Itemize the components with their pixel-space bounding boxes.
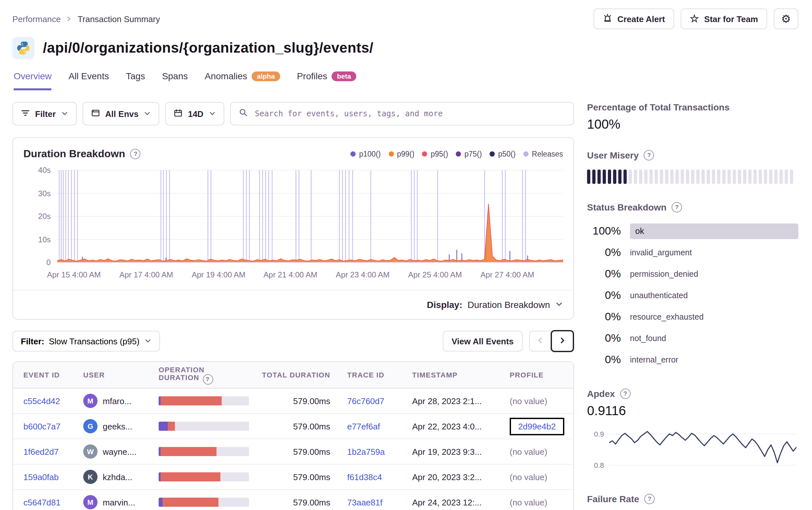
user-misery-bar: [722, 170, 726, 184]
user-misery-bar: [675, 170, 679, 184]
profile-value: (no value): [510, 497, 547, 507]
event-id-link[interactable]: b600c7a7: [23, 421, 60, 431]
display-dropdown[interactable]: Display: Duration Breakdown: [13, 290, 573, 319]
trace-id-link[interactable]: f61d38c4: [347, 472, 382, 482]
legend-dot: [422, 151, 428, 157]
help-icon[interactable]: ?: [672, 202, 682, 212]
timestamp: Apr 24, 2023 12:...: [407, 489, 504, 510]
trace-id-link[interactable]: 76c760d7: [347, 396, 384, 406]
help-icon[interactable]: ?: [130, 149, 141, 159]
panel-header: Duration Breakdown ? p100() p99() p95() …: [13, 138, 573, 160]
tab-profiles[interactable]: Profilesbeta: [297, 71, 356, 90]
user-misery-bar: [644, 170, 647, 184]
table-row: 1f6ed2d7 Wwayne.... 579.00ms 1b2a759a Ap…: [13, 439, 574, 464]
legend-p95[interactable]: p95(): [422, 150, 448, 158]
star-for-team-button[interactable]: ☆ Star for Team: [681, 8, 767, 29]
user-misery-bar: [660, 170, 663, 184]
user-misery-bar: [774, 170, 778, 184]
user-misery-bar: [707, 170, 710, 184]
status-row: 0% permission_denied: [587, 263, 799, 284]
operation-duration-bar: [158, 396, 249, 406]
total-duration: 579.00ms: [251, 388, 342, 414]
topbar-actions: Create Alert ☆ Star for Team ⚙: [593, 8, 799, 29]
view-all-events-button[interactable]: View All Events: [442, 331, 523, 352]
status-row: 0% resource_exhausted: [587, 306, 799, 327]
profile-link[interactable]: 2d99e4b2: [518, 421, 556, 431]
tab-tags[interactable]: Tags: [126, 71, 145, 90]
next-page-button[interactable]: [551, 330, 574, 352]
event-id-link[interactable]: c5647d81: [23, 497, 60, 507]
help-icon[interactable]: ?: [620, 389, 631, 399]
user-misery-bar: [727, 170, 731, 184]
filter-dropdown[interactable]: Filter: [12, 102, 77, 125]
user-misery-bar: [686, 170, 689, 184]
create-alert-button[interactable]: Create Alert: [593, 8, 674, 29]
sidebar: Percentage of Total Transactions 100% Us…: [587, 102, 799, 510]
total-duration: 579.00ms: [251, 464, 342, 489]
user-avatar: M: [83, 394, 97, 408]
legend-p100[interactable]: p100(): [351, 150, 381, 158]
previous-page-button[interactable]: [529, 331, 551, 352]
environment-dropdown[interactable]: All Envs: [83, 102, 160, 125]
x-tick: Apr 21 4:00 AM: [264, 270, 317, 279]
settings-button[interactable]: ⚙: [774, 8, 799, 29]
operation-duration-bar: [158, 422, 249, 431]
event-id-link[interactable]: 159a0fab: [23, 472, 59, 482]
legend-dot: [523, 151, 528, 157]
user-avatar: G: [83, 419, 97, 433]
trace-id-link[interactable]: 1b2a759a: [347, 447, 385, 456]
x-tick: Apr 23 4:00 AM: [336, 270, 389, 279]
user-name: mfaro...: [103, 396, 131, 406]
chevron-right-icon: [66, 16, 72, 22]
legend-p75[interactable]: p75(): [456, 150, 482, 158]
date-range-dropdown[interactable]: 14D: [165, 102, 224, 125]
profile-value: (no value): [510, 396, 547, 406]
user-misery-bar: [701, 170, 705, 184]
op-duration-segment-red: [161, 447, 216, 456]
trace-id-link[interactable]: e77ef6af: [347, 421, 380, 431]
y-tick: 0: [47, 258, 51, 267]
legend-p50[interactable]: p50(): [490, 150, 516, 158]
user-misery-bar: [613, 170, 616, 184]
user-misery-bar: [764, 170, 767, 184]
y-tick: 30s: [38, 189, 51, 198]
status-row-ok: 100% ok: [587, 220, 799, 242]
topbar: Performance Transaction Summary Create A…: [0, 0, 812, 29]
legend-releases[interactable]: Releases: [523, 150, 563, 158]
apdex-y-tick: 0.8: [594, 461, 604, 469]
trace-id-link[interactable]: 73aae81f: [347, 497, 382, 507]
siren-icon: [602, 13, 612, 25]
chevron-down-icon: [144, 109, 151, 119]
tab-all-events[interactable]: All Events: [68, 71, 109, 90]
user-avatar: W: [83, 444, 97, 459]
breadcrumb-performance[interactable]: Performance: [12, 14, 61, 24]
tab-overview[interactable]: Overview: [13, 71, 52, 90]
star-icon: ☆: [690, 13, 699, 24]
event-id-link[interactable]: c55c4d42: [23, 396, 60, 406]
apdex-value: 0.9116: [587, 403, 799, 418]
help-icon[interactable]: ?: [203, 374, 213, 384]
transactions-filter-dropdown[interactable]: Filter: Slow Transactions (p95): [12, 331, 160, 352]
user-misery-bar: [717, 170, 720, 184]
user-misery-bar: [748, 170, 752, 184]
title-row: /api/0/organizations/{organization_slug}…: [0, 29, 812, 59]
x-axis: Apr 15 4:00 AM Apr 17 4:00 AM Apr 19 4:0…: [57, 268, 563, 284]
apdex-plot: [609, 425, 796, 476]
timestamp: Apr 19, 2023 9:3...: [407, 439, 504, 464]
legend-p99[interactable]: p99(): [388, 150, 414, 158]
tab-bar: Overview All Events Tags Spans Anomalies…: [0, 59, 812, 90]
user-misery-bar: [681, 170, 684, 184]
table-row: c55c4d42 Mmfaro... 579.00ms 76c760d7 Apr…: [13, 388, 574, 414]
tab-anomalies[interactable]: Anomaliesalpha: [205, 71, 280, 90]
x-tick: Apr 27 4:00 AM: [481, 270, 534, 279]
help-icon[interactable]: ?: [644, 150, 654, 160]
user-misery-bar: [759, 170, 762, 184]
event-id-link[interactable]: 1f6ed2d7: [23, 447, 59, 456]
search-input[interactable]: [254, 109, 566, 119]
operation-duration-bar: [158, 472, 249, 481]
profile-value: (no value): [510, 447, 547, 456]
tab-spans[interactable]: Spans: [162, 71, 187, 90]
breadcrumb: Performance Transaction Summary: [12, 14, 160, 24]
help-icon[interactable]: ?: [644, 494, 655, 504]
calendar-icon: [174, 108, 183, 119]
